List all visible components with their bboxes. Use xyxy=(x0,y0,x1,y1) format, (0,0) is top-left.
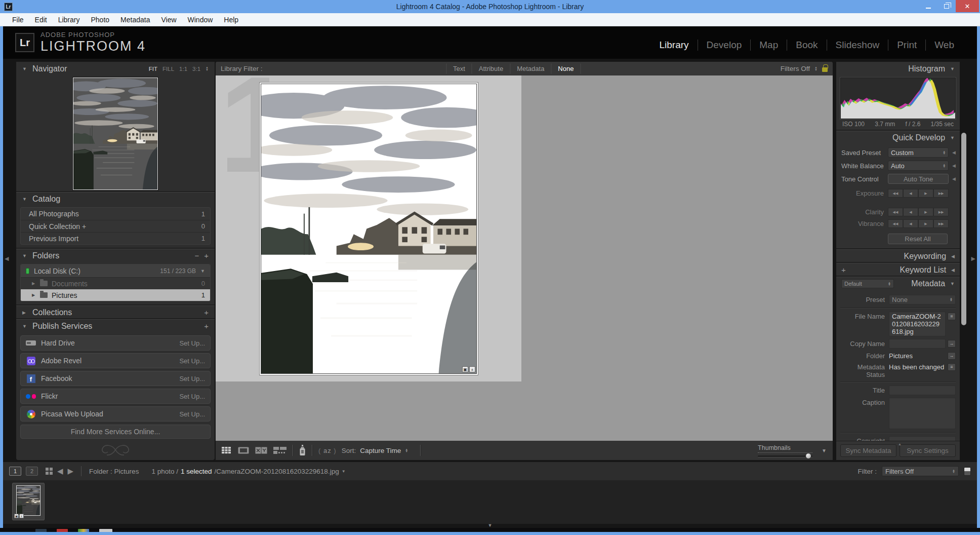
file-name-value[interactable]: CameraZOOM-20120816203229618.jpg xyxy=(889,312,946,336)
remove-folder-icon[interactable]: − xyxy=(194,253,199,258)
folder-row-pictures[interactable]: Pictures 1 xyxy=(21,289,210,301)
service-setup-link[interactable]: Set Up... xyxy=(179,410,205,418)
zoom-mode-3-1[interactable]: 3:1 xyxy=(192,66,200,72)
compare-view-icon[interactable] xyxy=(255,447,267,454)
catalog-item-quick-collection[interactable]: Quick Collection + 0 xyxy=(21,220,210,232)
vibrance-big-increase-button[interactable]: ▶▶ xyxy=(933,219,949,228)
survey-view-icon[interactable] xyxy=(273,447,287,454)
close-button[interactable]: ✕ xyxy=(956,0,979,12)
publish-service-hard-drive[interactable]: Hard Drive Set Up... xyxy=(20,335,211,351)
crop-badge-icon[interactable]: ▣ xyxy=(462,366,468,372)
disclosure-right-icon[interactable] xyxy=(22,310,27,315)
service-setup-link[interactable]: Set Up... xyxy=(179,375,205,383)
find-more-services-button[interactable]: Find More Services Online... xyxy=(20,425,211,439)
navigator-preview[interactable] xyxy=(16,75,215,192)
navigator-thumbnail[interactable] xyxy=(73,78,158,190)
histogram-chart[interactable] xyxy=(840,78,956,119)
filter-tab-text[interactable]: Text xyxy=(446,64,472,73)
thumbnail-size-slider[interactable]: Thumbnails xyxy=(758,444,812,457)
filter-lock-icon[interactable] xyxy=(822,67,828,72)
loupe-view-icon[interactable] xyxy=(238,447,249,454)
volume-disclosure-icon[interactable] xyxy=(200,269,205,274)
clarity-big-decrease-button[interactable]: ◀◀ xyxy=(888,208,903,216)
preset-select[interactable]: None xyxy=(889,295,956,304)
folder-expander-icon[interactable] xyxy=(32,293,36,297)
exposure-decrease-button[interactable]: ◀ xyxy=(903,189,918,198)
filmstrip-thumbnail[interactable] xyxy=(16,485,40,516)
filter-tab-metadata[interactable]: Metadata xyxy=(510,64,551,73)
module-map[interactable]: Map xyxy=(750,40,787,51)
zoom-mode-fit[interactable]: FIT xyxy=(149,66,157,72)
disclosure-down-icon[interactable] xyxy=(22,66,27,71)
exposure-increase-button[interactable]: ▶ xyxy=(918,189,933,198)
auto-tone-button[interactable]: Auto Tone xyxy=(888,174,949,184)
disclosure-down-icon[interactable] xyxy=(22,324,27,329)
copy-name-input[interactable] xyxy=(889,339,946,349)
expand-section-icon[interactable] xyxy=(952,150,956,155)
painter-spray-can-icon[interactable] xyxy=(299,445,306,456)
module-web[interactable]: Web xyxy=(925,40,963,51)
vibrance-big-decrease-button[interactable]: ◀◀ xyxy=(888,219,903,228)
add-keyword-icon[interactable]: + xyxy=(841,268,846,273)
go-forward-arrow-icon[interactable]: ▶ xyxy=(68,467,74,476)
expand-section-icon[interactable] xyxy=(952,163,956,168)
catalog-header[interactable]: Catalog xyxy=(16,192,215,206)
right-panel-scrollbar[interactable] xyxy=(961,133,966,325)
menu-file[interactable]: File xyxy=(7,14,29,25)
service-setup-link[interactable]: Set Up... xyxy=(179,339,205,347)
menu-library[interactable]: Library xyxy=(53,14,85,25)
menu-view[interactable]: View xyxy=(156,14,181,25)
filmstrip-source-label[interactable]: Folder : Pictures xyxy=(89,468,139,475)
disclosure-down-icon[interactable] xyxy=(950,66,955,71)
title-bar[interactable]: Lr Lightroom 4 Catalog - Adobe Photoshop… xyxy=(0,0,980,13)
module-develop[interactable]: Develop xyxy=(698,40,751,51)
expand-section-icon[interactable] xyxy=(952,176,956,181)
develop-badge-icon[interactable]: ± xyxy=(469,366,475,372)
photo-grid-cell[interactable]: 1 xyxy=(216,75,521,381)
publish-services-header[interactable]: Publish Services + xyxy=(16,319,215,333)
folders-header[interactable]: Folders − + xyxy=(16,249,215,262)
thumbnail-slider-handle[interactable] xyxy=(805,453,811,459)
sort-direction-icon[interactable]: az xyxy=(318,447,337,454)
filter-preset-value[interactable]: Filters Off xyxy=(781,65,810,72)
exposure-big-decrease-button[interactable]: ◀◀ xyxy=(888,189,903,198)
title-input[interactable] xyxy=(889,386,956,395)
sort-value[interactable]: Capture Time xyxy=(360,447,401,454)
filter-switch-icon[interactable] xyxy=(964,467,971,476)
thumbnail-slider-track[interactable] xyxy=(758,455,812,457)
clarity-big-increase-button[interactable]: ▶▶ xyxy=(933,208,949,216)
catalog-item-previous-import[interactable]: Previous Import 1 xyxy=(21,232,210,244)
module-library[interactable]: Library xyxy=(651,40,698,51)
add-publish-service-icon[interactable]: + xyxy=(204,324,209,329)
filmstrip-hide-arrow-icon[interactable]: ▼ xyxy=(488,523,493,528)
publish-service-facebook[interactable]: f Facebook Set Up... xyxy=(20,371,211,386)
go-to-grid-icon[interactable] xyxy=(46,468,53,475)
filter-preset-stepper-icon[interactable] xyxy=(814,66,818,71)
clarity-increase-button[interactable]: ▶ xyxy=(918,208,933,216)
stepper-icon[interactable] xyxy=(943,164,946,168)
source-dropdown-icon[interactable]: ▼ xyxy=(342,469,346,474)
keywording-header[interactable]: Keywording xyxy=(836,249,960,263)
left-panel-collapse-icon[interactable]: ◀ xyxy=(5,255,9,262)
navigator-header[interactable]: Navigator FIT FILL 1:1 3:1 xyxy=(16,62,215,75)
minimize-button[interactable] xyxy=(919,0,937,12)
menu-metadata[interactable]: Metadata xyxy=(115,14,155,25)
volume-local-disk-c[interactable]: Local Disk (C:) 151 / 223 GB xyxy=(21,264,210,278)
panel-hide-arrow-icon[interactable]: ▲ xyxy=(898,442,902,446)
copy-name-go-icon[interactable]: → xyxy=(948,340,956,348)
folder-expander-icon[interactable] xyxy=(32,281,36,286)
menu-photo[interactable]: Photo xyxy=(86,14,114,25)
file-name-action-icon[interactable]: ≡ xyxy=(948,313,956,320)
service-setup-link[interactable]: Set Up... xyxy=(179,357,205,365)
clarity-decrease-button[interactable]: ◀ xyxy=(903,208,918,216)
stepper-icon[interactable] xyxy=(950,297,953,302)
disclosure-left-icon[interactable] xyxy=(951,254,955,259)
add-collection-icon[interactable]: + xyxy=(204,310,209,315)
disclosure-left-icon[interactable] xyxy=(951,268,955,273)
reset-all-button[interactable]: Reset All xyxy=(888,234,948,244)
publish-service-picasa[interactable]: Picasa Web Upload Set Up... xyxy=(20,406,211,422)
white-balance-select[interactable]: Auto xyxy=(888,161,949,171)
right-panel-expand-icon[interactable]: ▶ xyxy=(971,255,975,262)
histogram-header[interactable]: Histogram xyxy=(836,62,960,75)
sort-stepper-icon[interactable] xyxy=(405,448,408,453)
